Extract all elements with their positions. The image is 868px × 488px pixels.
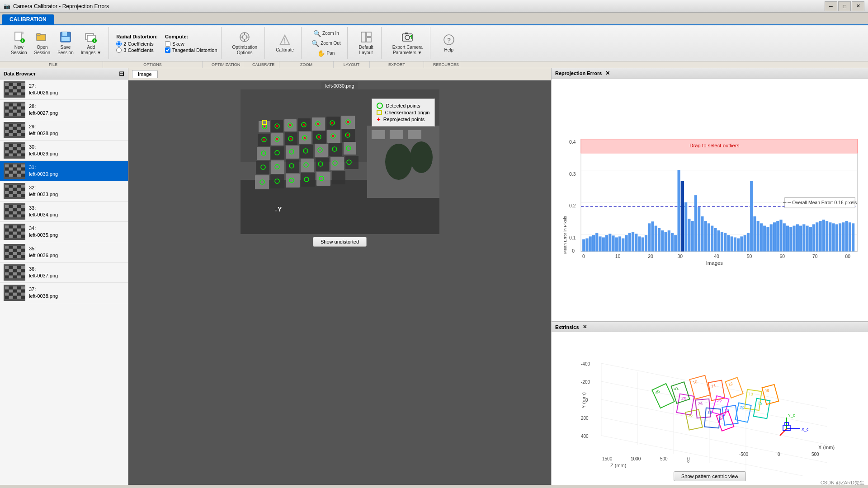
data-item-7[interactable]: 34:left-0035.png [0, 222, 128, 242]
data-item-9[interactable]: 36:left-0037.png [0, 263, 128, 283]
svg-rect-208 [17, 249, 21, 252]
svg-rect-238 [13, 276, 17, 278]
svg-rect-438 [757, 221, 760, 251]
svg-point-270 [410, 141, 433, 173]
close-button[interactable]: ✕ [852, 1, 864, 11]
svg-rect-125 [21, 168, 25, 170]
svg-rect-159 [9, 205, 13, 208]
svg-text:200: 200 [581, 416, 589, 421]
svg-rect-435 [747, 233, 750, 251]
main-area: Data Browser ⊟ 27:left-0026.png28:left-0… [0, 68, 868, 485]
svg-rect-110 [5, 154, 9, 156]
svg-text:11: 11 [711, 383, 716, 389]
svg-rect-35 [17, 83, 21, 86]
show-undistorted-button[interactable]: Show undistorted [313, 237, 367, 247]
data-item-info-2: 29:left-0028.png [29, 123, 58, 137]
show-pattern-button[interactable]: Show pattern-centric view [674, 471, 746, 481]
data-item-1[interactable]: 28:left-0027.png [0, 100, 128, 120]
optimization-options-button[interactable]: OptimizationOptions [229, 29, 261, 57]
extrinsics-close-icon[interactable]: ✕ [583, 324, 587, 330]
svg-rect-72 [21, 113, 25, 116]
resources-section-label: RESOURCES [424, 61, 460, 68]
svg-rect-465 [845, 221, 848, 251]
zoom-out-icon: 🔍 [311, 40, 319, 47]
maximize-button[interactable]: □ [838, 1, 851, 11]
zoom-in-button[interactable]: 🔍 Zoom In [309, 29, 343, 38]
extrinsics-content: Y (mm) -400 -200 0 200 400 Z (mm) 1500 1… [552, 332, 868, 485]
svg-rect-248 [9, 290, 13, 292]
svg-text:0.3: 0.3 [569, 172, 576, 177]
svg-rect-34 [13, 83, 17, 86]
skew-option[interactable]: Skew [165, 41, 217, 47]
minimize-button[interactable]: ─ [825, 1, 837, 11]
svg-rect-108 [17, 150, 21, 153]
two-coefficients-option[interactable]: 2 Coefficients [116, 41, 158, 47]
calibrate-section-label: CALIBRATE [243, 61, 279, 68]
svg-rect-398 [625, 235, 627, 251]
image-area: left-0030.png [128, 80, 551, 485]
pan-button[interactable]: ✋ Pan [309, 49, 343, 58]
default-layout-button[interactable]: DefaultLayout [355, 29, 377, 57]
svg-rect-235 [21, 272, 25, 275]
data-item-8[interactable]: 35:left-0036.png [0, 242, 128, 263]
svg-rect-268 [408, 130, 421, 139]
svg-rect-139 [13, 185, 17, 188]
svg-rect-126 [5, 171, 9, 174]
data-item-2[interactable]: 29:left-0028.png [0, 120, 128, 141]
tabbar: CALIBRATION [0, 13, 868, 25]
data-browser-list[interactable]: 27:left-0026.png28:left-0027.png29:left-… [0, 80, 128, 485]
new-session-button[interactable]: + NewSession [7, 29, 31, 57]
svg-rect-221 [5, 266, 9, 269]
svg-rect-410 [664, 232, 667, 252]
svg-rect-57 [21, 103, 25, 106]
data-item-thumb-9 [4, 264, 25, 281]
save-session-button[interactable]: SaveSession [54, 29, 77, 57]
data-item-6[interactable]: 33:left-0034.png [0, 202, 128, 222]
svg-text:0: 0 [572, 249, 575, 253]
export-group: Export CameraParameters ▼ [385, 27, 430, 59]
data-item-3[interactable]: 30:left-0029.png [0, 141, 128, 161]
svg-rect-47 [5, 93, 9, 95]
data-item-5[interactable]: 32:left-0033.png [0, 181, 128, 202]
zoom-out-button[interactable]: 🔍 Zoom Out [309, 39, 343, 48]
open-session-button[interactable]: OpenSession [31, 29, 54, 57]
svg-rect-454 [809, 227, 812, 252]
svg-rect-460 [829, 222, 831, 251]
data-item-4[interactable]: 31:left-0030.png [0, 161, 128, 181]
svg-rect-411 [668, 230, 670, 252]
svg-text:-200: -200 [581, 380, 590, 385]
help-button[interactable]: ? Help [438, 32, 460, 55]
svg-rect-458 [822, 220, 825, 251]
svg-rect-155 [17, 194, 21, 197]
export-camera-button[interactable]: Export CameraParameters ▼ [389, 29, 426, 57]
svg-rect-119 [17, 164, 21, 167]
tab-calibration[interactable]: CALIBRATION [2, 14, 54, 24]
svg-rect-452 [802, 224, 805, 251]
options-section-label: OPTIONS [103, 61, 203, 68]
window-controls: ─ □ ✕ [825, 1, 864, 11]
svg-point-269 [385, 144, 412, 180]
svg-rect-466 [849, 222, 851, 251]
svg-point-15 [242, 35, 247, 39]
svg-rect-188 [21, 229, 25, 231]
svg-text:500: 500 [811, 452, 819, 457]
svg-rect-293 [256, 161, 269, 174]
data-item-0[interactable]: 27:left-0026.png [0, 80, 128, 100]
reprojection-close-icon[interactable]: ✕ [605, 70, 610, 76]
svg-rect-96 [9, 144, 13, 147]
data-item-10[interactable]: 37:left-0038.png [0, 283, 128, 303]
svg-rect-209 [21, 249, 25, 252]
svg-rect-49 [13, 93, 17, 95]
svg-rect-99 [21, 144, 25, 147]
three-coefficients-option[interactable]: 3 Coefficients [116, 47, 158, 53]
calibrate-button[interactable]: Calibrate [272, 32, 297, 55]
svg-rect-28 [405, 33, 408, 34]
svg-rect-173 [5, 215, 9, 217]
svg-rect-205 [5, 249, 9, 252]
svg-rect-198 [21, 235, 25, 238]
add-images-button[interactable]: + AddImages ▼ [77, 29, 105, 57]
image-tab[interactable]: Image [132, 70, 158, 78]
svg-rect-256 [21, 293, 25, 296]
svg-rect-179 [5, 225, 9, 228]
tangential-option[interactable]: Tangential Distortion [165, 47, 217, 53]
